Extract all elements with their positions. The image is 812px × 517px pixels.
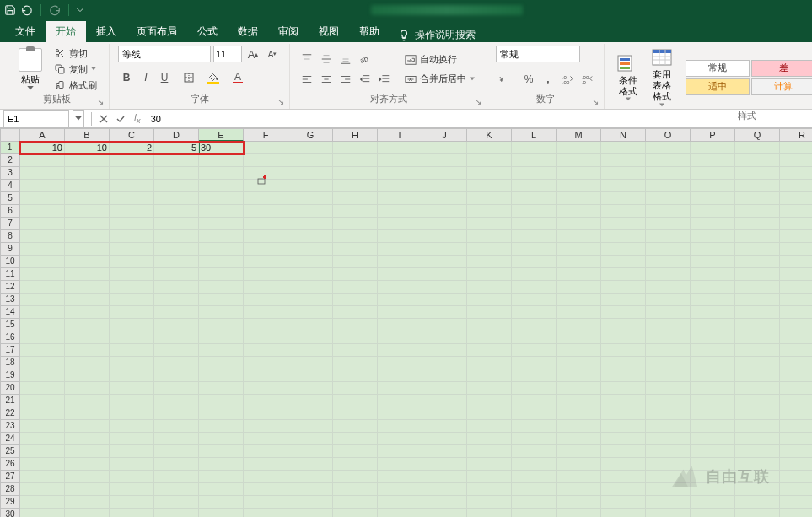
- column-header[interactable]: P: [691, 128, 735, 142]
- cell[interactable]: [288, 256, 333, 268]
- cell[interactable]: [110, 445, 154, 458]
- currency-button[interactable]: ¥: [496, 71, 518, 88]
- cell[interactable]: [601, 281, 646, 294]
- cell[interactable]: [199, 281, 244, 294]
- cell[interactable]: [735, 243, 780, 256]
- cell[interactable]: [601, 167, 646, 180]
- cell[interactable]: [601, 243, 646, 256]
- cell[interactable]: [557, 471, 601, 483]
- cell[interactable]: [601, 268, 646, 281]
- cell[interactable]: [199, 294, 244, 306]
- cell[interactable]: [557, 281, 601, 294]
- cell[interactable]: [154, 256, 199, 268]
- font-color-button[interactable]: A: [230, 69, 252, 86]
- cell[interactable]: [65, 331, 110, 344]
- cell[interactable]: [154, 395, 199, 407]
- cell[interactable]: [467, 509, 512, 517]
- cell[interactable]: [378, 344, 422, 357]
- row-header[interactable]: 15: [0, 319, 20, 331]
- cell[interactable]: [780, 142, 812, 154]
- cell[interactable]: [646, 483, 691, 496]
- cell[interactable]: [65, 420, 110, 433]
- enter-button[interactable]: [112, 110, 129, 127]
- cell[interactable]: [65, 154, 110, 167]
- cell[interactable]: [333, 344, 378, 357]
- column-header[interactable]: O: [646, 128, 691, 142]
- cell[interactable]: [199, 268, 244, 281]
- cell[interactable]: [288, 243, 333, 256]
- cell[interactable]: [244, 420, 288, 433]
- cell[interactable]: [512, 496, 557, 509]
- cell[interactable]: [65, 344, 110, 357]
- cell[interactable]: [378, 205, 422, 218]
- cell[interactable]: [244, 458, 288, 471]
- cell[interactable]: [20, 243, 65, 256]
- cell[interactable]: [601, 344, 646, 357]
- cell[interactable]: [601, 218, 646, 230]
- cell[interactable]: [154, 230, 199, 243]
- cell[interactable]: [154, 509, 199, 517]
- cell[interactable]: [467, 154, 512, 167]
- cell[interactable]: [244, 192, 288, 205]
- cell[interactable]: [780, 433, 812, 445]
- cell[interactable]: [110, 230, 154, 243]
- cell[interactable]: [378, 142, 422, 154]
- cell[interactable]: [735, 218, 780, 230]
- cell[interactable]: [65, 205, 110, 218]
- cell[interactable]: [512, 142, 557, 154]
- cell[interactable]: [557, 218, 601, 230]
- cell[interactable]: [646, 344, 691, 357]
- cell[interactable]: [780, 357, 812, 369]
- cell[interactable]: [557, 294, 601, 306]
- cell[interactable]: [467, 230, 512, 243]
- cell[interactable]: [422, 230, 467, 243]
- cell[interactable]: [601, 294, 646, 306]
- cell[interactable]: [467, 306, 512, 319]
- cell[interactable]: [65, 167, 110, 180]
- cell[interactable]: [65, 496, 110, 509]
- cell[interactable]: [244, 142, 288, 154]
- cell[interactable]: [154, 331, 199, 344]
- cell[interactable]: [378, 483, 422, 496]
- cell[interactable]: [512, 180, 557, 192]
- cell[interactable]: [288, 496, 333, 509]
- cell[interactable]: [646, 142, 691, 154]
- cell[interactable]: [691, 180, 735, 192]
- cell[interactable]: [780, 154, 812, 167]
- cell[interactable]: [467, 445, 512, 458]
- fill-color-button[interactable]: [206, 69, 228, 86]
- cell[interactable]: [20, 319, 65, 331]
- row-header[interactable]: 8: [0, 230, 20, 243]
- cell[interactable]: [422, 294, 467, 306]
- cell[interactable]: [110, 407, 154, 420]
- cell[interactable]: [780, 458, 812, 471]
- cell[interactable]: [512, 407, 557, 420]
- cell[interactable]: [65, 509, 110, 517]
- cell[interactable]: [467, 192, 512, 205]
- cell[interactable]: [378, 180, 422, 192]
- cell[interactable]: [244, 154, 288, 167]
- cell[interactable]: [422, 205, 467, 218]
- cell[interactable]: [154, 369, 199, 382]
- cell[interactable]: [512, 357, 557, 369]
- style-normal[interactable]: 常规: [686, 60, 750, 77]
- cell[interactable]: [333, 256, 378, 268]
- cell[interactable]: [557, 205, 601, 218]
- cell[interactable]: [780, 496, 812, 509]
- font-size-select[interactable]: [213, 46, 242, 62]
- border-button[interactable]: [181, 69, 203, 86]
- cell[interactable]: [20, 218, 65, 230]
- style-bad[interactable]: 差: [751, 60, 812, 77]
- cell[interactable]: [601, 420, 646, 433]
- cell[interactable]: [199, 180, 244, 192]
- cancel-button[interactable]: [95, 110, 112, 127]
- cell[interactable]: [154, 496, 199, 509]
- comma-button[interactable]: ,: [540, 71, 557, 88]
- cell[interactable]: [557, 483, 601, 496]
- cell[interactable]: [691, 218, 735, 230]
- cell[interactable]: [735, 142, 780, 154]
- cell[interactable]: [333, 509, 378, 517]
- row-header[interactable]: 6: [0, 205, 20, 218]
- cell[interactable]: [601, 369, 646, 382]
- cell[interactable]: [735, 483, 780, 496]
